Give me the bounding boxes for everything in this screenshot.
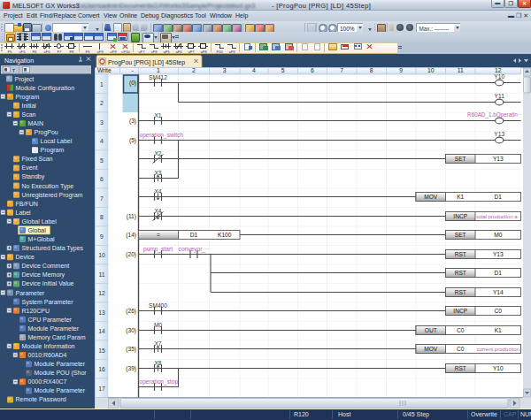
svg-text:(35): (35) — [126, 346, 136, 353]
svg-text:Label: Label — [16, 210, 32, 216]
svg-text:Scan: Scan — [22, 111, 36, 118]
svg-text:Device Initial Value: Device Initial Value — [22, 280, 74, 286]
svg-text:7: 7 — [100, 195, 104, 202]
svg-text:12: 12 — [98, 290, 105, 296]
svg-text:operation_stop: operation_stop — [140, 378, 179, 386]
svg-text:Fixed Scan: Fixed Scan — [22, 156, 53, 162]
svg-text:(26): (26) — [126, 308, 136, 315]
svg-text:(39): (39) — [126, 365, 136, 372]
svg-text:Module Configuration: Module Configuration — [16, 85, 75, 92]
svg-text:Module Information: Module Information — [22, 343, 75, 349]
svg-text:0000:RX40C7: 0000:RX40C7 — [28, 378, 67, 385]
svg-text:4: 4 — [100, 138, 104, 144]
svg-text:MOV: MOV — [424, 346, 438, 352]
svg-text:6: 6 — [100, 176, 104, 182]
svg-text:FB/FUN: FB/FUN — [16, 201, 38, 207]
svg-text:D1: D1 — [495, 194, 503, 200]
svg-text:2: 2 — [100, 100, 104, 106]
svg-text:RST: RST — [455, 289, 466, 295]
svg-text:Memory Card Param: Memory Card Param — [28, 334, 86, 341]
svg-text:SM400: SM400 — [149, 302, 167, 309]
svg-text:13: 13 — [98, 309, 105, 316]
svg-text:11: 11 — [98, 271, 104, 278]
svg-text:(14): (14) — [126, 232, 136, 239]
svg-text:Unregistered Program: Unregistered Program — [22, 192, 83, 199]
svg-text:X4: X4 — [154, 208, 161, 214]
svg-text:10: 10 — [98, 252, 105, 258]
svg-text:pump_start: pump_start — [143, 246, 173, 253]
svg-text:Global Label: Global Label — [22, 218, 58, 225]
svg-text:M+Global: M+Global — [28, 236, 56, 242]
svg-text:CPU Parameter: CPU Parameter — [28, 317, 73, 323]
svg-text:MAIN: MAIN — [28, 120, 44, 126]
svg-text:8: 8 — [100, 214, 104, 220]
svg-text:1: 1 — [157, 67, 160, 73]
svg-text:10: 10 — [427, 67, 435, 73]
svg-text:R60AD_1.bOperatin··: R60AD_1.bOperatin·· — [467, 111, 521, 118]
svg-text:C0: C0 — [457, 327, 465, 333]
svg-text:R120CPU: R120CPU — [22, 308, 50, 314]
svg-text:X7: X7 — [154, 340, 161, 347]
svg-text:3: 3 — [100, 119, 104, 126]
svg-text:ProgPou: ProgPou — [35, 129, 58, 136]
svg-text:D1: D1 — [190, 232, 198, 238]
svg-text:SM412: SM412 — [149, 74, 167, 80]
svg-text:Y10: Y10 — [493, 365, 504, 371]
svg-text:11: 11 — [458, 67, 464, 73]
svg-text:17: 17 — [98, 386, 105, 392]
svg-text:9: 9 — [100, 233, 104, 240]
svg-text:(20): (20) — [126, 251, 136, 258]
svg-text:RST: RST — [455, 270, 466, 276]
svg-text:Local Label: Local Label — [41, 138, 73, 144]
svg-text:Remote Password: Remote Password — [16, 396, 66, 402]
svg-text:MOV: MOV — [424, 194, 438, 200]
svg-text:K1: K1 — [495, 327, 502, 333]
svg-text:Initial: Initial — [22, 103, 37, 109]
svg-text:16: 16 — [98, 366, 105, 372]
svg-text:Event: Event — [22, 164, 38, 171]
svg-text:INCP: INCP — [453, 213, 467, 219]
svg-text:SET: SET — [455, 232, 466, 238]
svg-text:Module Parameter: Module Parameter — [35, 387, 86, 393]
svg-text:X4: X4 — [154, 188, 161, 195]
svg-text:SET: SET — [455, 156, 466, 162]
svg-text:7: 7 — [340, 67, 343, 73]
svg-text:M0: M0 — [154, 322, 162, 328]
svg-text:Y13: Y13 — [493, 156, 504, 162]
svg-text:6: 6 — [311, 67, 314, 73]
svg-text:D1: D1 — [495, 270, 503, 276]
svg-text:RST: RST — [455, 365, 466, 371]
svg-text:0010:R60AD4: 0010:R60AD4 — [28, 352, 67, 358]
svg-text:X3: X3 — [154, 170, 161, 176]
svg-text:X8: X8 — [154, 360, 161, 366]
svg-text:2: 2 — [192, 67, 196, 73]
svg-text:(0): (0) — [129, 80, 136, 87]
svg-text:Structured Data Types: Structured Data Types — [22, 245, 84, 252]
svg-text:(11): (11) — [127, 213, 136, 220]
svg-text:conveyor_··: conveyor_·· — [179, 246, 210, 253]
svg-text:3: 3 — [223, 67, 227, 73]
svg-text:Device Memory: Device Memory — [22, 271, 65, 279]
svg-text:Parameter: Parameter — [16, 290, 45, 296]
svg-text:9: 9 — [399, 67, 403, 73]
svg-text:Y10: Y10 — [494, 73, 504, 80]
svg-text:operation_switch: operation_switch — [140, 132, 184, 139]
svg-text:=: = — [157, 232, 160, 238]
svg-text:5: 5 — [281, 67, 285, 73]
svg-text:5: 5 — [100, 157, 104, 164]
svg-text:K1: K1 — [457, 194, 464, 200]
svg-text:K100: K100 — [218, 232, 232, 238]
svg-text:Navigation: Navigation — [4, 57, 34, 65]
svg-text:15: 15 — [98, 347, 105, 354]
svg-text:4: 4 — [252, 67, 256, 73]
svg-text:Device Comment: Device Comment — [22, 263, 70, 269]
svg-text:OUT: OUT — [425, 327, 437, 333]
svg-text:14: 14 — [98, 328, 105, 334]
svg-text:(3): (3) — [129, 118, 136, 125]
svg-text:C0: C0 — [495, 308, 503, 314]
svg-text:(30): (30) — [126, 327, 136, 334]
svg-text:Y11: Y11 — [495, 93, 505, 99]
svg-text:total production a···: total production a··· — [477, 214, 523, 219]
svg-text:X1: X1 — [154, 112, 161, 118]
svg-text:Write: Write — [97, 67, 112, 73]
